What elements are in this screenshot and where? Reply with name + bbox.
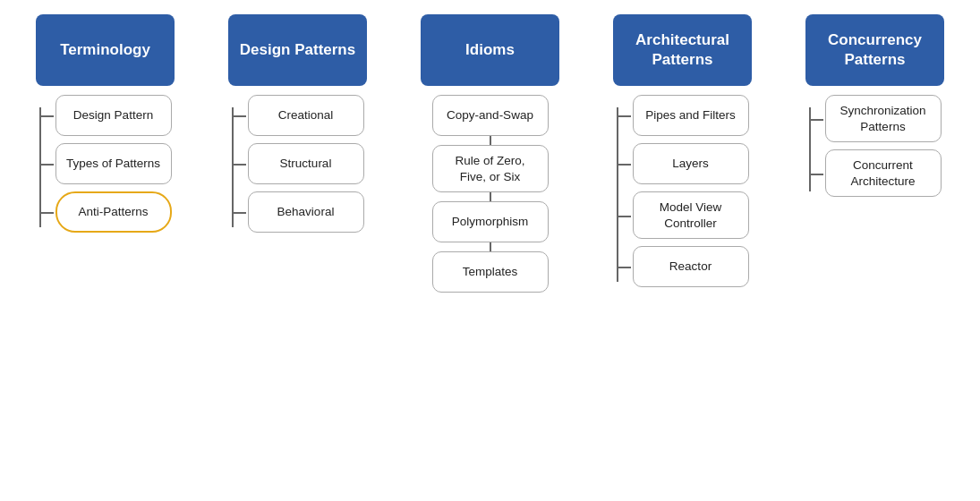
- tree-item: Concurrent Architecture: [825, 149, 942, 197]
- item-layers[interactable]: Layers: [633, 143, 749, 184]
- column-architectural-patterns: Architectural PatternsPipes and FiltersL…: [586, 14, 779, 294]
- tree-item: Layers: [633, 143, 749, 184]
- tree-item: Synchronization Patterns: [825, 95, 942, 142]
- tree-design-patterns: CreationalStructuralBehavioral: [232, 95, 364, 240]
- item-anti-patterns[interactable]: Anti-Patterns: [55, 191, 172, 233]
- tree-item: Creational: [248, 95, 364, 136]
- v-connector: [490, 242, 491, 251]
- column-terminology: TerminologyDesign PatternTypes of Patter…: [9, 14, 201, 240]
- item-model-view-controller[interactable]: Model View Controller: [633, 191, 749, 239]
- item-pipes-and-filters[interactable]: Pipes and Filters: [633, 95, 749, 136]
- tree-item: Model View Controller: [633, 191, 749, 239]
- tree-item: Design Pattern: [55, 95, 172, 136]
- column-concurrency-patterns: Concurrency PatternsSynchronization Patt…: [779, 14, 971, 204]
- header-concurrency-patterns: Concurrency Patterns: [805, 14, 944, 86]
- tree-item: Behavioral: [248, 191, 364, 233]
- item-templates[interactable]: Templates: [432, 251, 549, 293]
- column-design-patterns: Design PatternsCreationalStructuralBehav…: [201, 14, 394, 240]
- diagram: TerminologyDesign PatternTypes of Patter…: [9, 14, 971, 294]
- tree-item: Pipes and Filters: [633, 95, 749, 136]
- v-connector: [490, 192, 491, 201]
- tree-architectural-patterns: Pipes and FiltersLayersModel View Contro…: [617, 95, 749, 294]
- item-polymorphism[interactable]: Polymorphism: [432, 201, 549, 242]
- item-types-of-patterns[interactable]: Types of Patterns: [55, 143, 172, 184]
- item-concurrent-architecture[interactable]: Concurrent Architecture: [825, 149, 942, 197]
- item-design-pattern[interactable]: Design Pattern: [55, 95, 172, 136]
- item-creational[interactable]: Creational: [248, 95, 364, 136]
- tree-item: Anti-Patterns: [55, 191, 172, 233]
- tree-item: Structural: [248, 143, 364, 184]
- item-synchronization-patterns[interactable]: Synchronization Patterns: [825, 95, 942, 142]
- tree-concurrency-patterns: Synchronization PatternsConcurrent Archi…: [809, 95, 942, 204]
- item-reactor[interactable]: Reactor: [633, 246, 749, 287]
- item-rule-of-zero,-five,-or-six[interactable]: Rule of Zero, Five, or Six: [432, 145, 549, 192]
- header-architectural-patterns: Architectural Patterns: [613, 14, 752, 86]
- item-structural[interactable]: Structural: [248, 143, 364, 184]
- item-behavioral[interactable]: Behavioral: [248, 191, 364, 233]
- v-connector: [490, 136, 491, 145]
- header-terminology: Terminology: [36, 14, 175, 86]
- column-idioms: IdiomsCopy-and-SwapRule of Zero, Five, o…: [394, 14, 586, 293]
- header-idioms: Idioms: [421, 14, 559, 86]
- item-copy-and-swap[interactable]: Copy-and-Swap: [432, 95, 549, 136]
- tree-item: Types of Patterns: [55, 143, 172, 184]
- tree-terminology: Design PatternTypes of PatternsAnti-Patt…: [39, 95, 172, 240]
- header-design-patterns: Design Patterns: [228, 14, 367, 86]
- tree-idioms: Copy-and-SwapRule of Zero, Five, or SixP…: [432, 95, 549, 293]
- tree-item: Reactor: [633, 246, 749, 287]
